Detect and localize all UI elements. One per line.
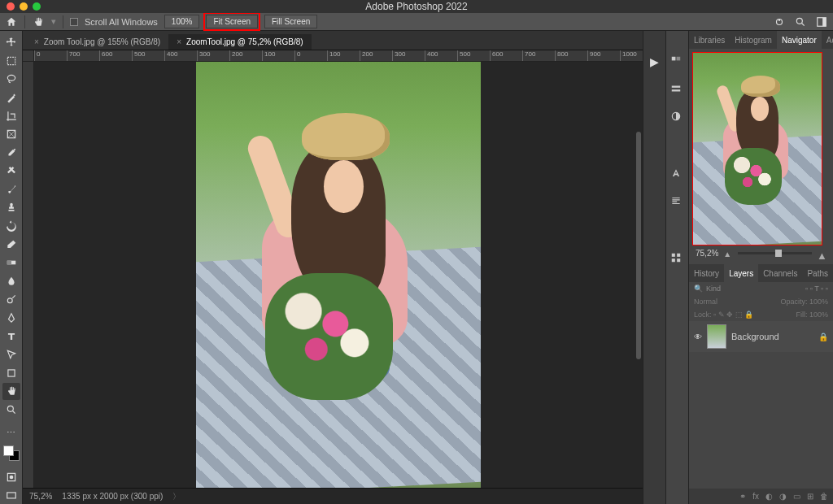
cloud-icon[interactable] bbox=[773, 15, 786, 28]
foreground-color-swatch[interactable] bbox=[3, 445, 14, 456]
search-icon[interactable] bbox=[794, 15, 807, 28]
close-window-button[interactable] bbox=[7, 2, 15, 11]
paths-tab[interactable]: Paths bbox=[802, 264, 833, 282]
workspace-icon[interactable] bbox=[815, 15, 828, 28]
layers-tabs: History Layers Channels Paths bbox=[689, 264, 833, 282]
svg-rect-19 bbox=[676, 57, 680, 61]
hand-tool-icon[interactable] bbox=[2, 383, 20, 400]
fill-field[interactable]: 100% bbox=[809, 311, 828, 319]
color-swatches[interactable] bbox=[3, 445, 20, 461]
frame-tool-icon[interactable] bbox=[2, 126, 20, 143]
scroll-all-checkbox[interactable] bbox=[70, 18, 78, 26]
paragraph-panel-icon[interactable] bbox=[670, 195, 685, 210]
close-tab-icon[interactable]: × bbox=[34, 37, 39, 46]
layers-panel: 🔍Kind ▫ ▫ T ▫ ▫ Normal Opacity: 100% Loc… bbox=[689, 282, 833, 504]
blur-tool-icon[interactable] bbox=[2, 273, 20, 290]
gradient-tool-icon[interactable] bbox=[2, 254, 20, 272]
document-image[interactable] bbox=[196, 62, 481, 488]
pen-tool-icon[interactable] bbox=[2, 310, 20, 327]
close-tab-icon[interactable]: × bbox=[177, 37, 181, 46]
adjustments-panel-icon[interactable] bbox=[670, 111, 685, 125]
vertical-scrollbar[interactable] bbox=[636, 132, 641, 359]
mask-icon[interactable]: ◐ bbox=[765, 492, 773, 501]
zoom-100-button[interactable]: 100% bbox=[164, 15, 200, 28]
svg-rect-11 bbox=[7, 261, 11, 265]
ruler-origin[interactable] bbox=[23, 50, 34, 62]
link-layers-icon[interactable]: ⚭ bbox=[739, 492, 746, 501]
zoom-slider[interactable] bbox=[738, 252, 812, 254]
nav-zoom-readout[interactable]: 75,2% bbox=[696, 249, 718, 258]
adjustments-tab[interactable]: Adjustm bbox=[822, 31, 833, 49]
healing-tool-icon[interactable] bbox=[2, 163, 20, 180]
navigator-thumbnail[interactable] bbox=[692, 52, 822, 245]
shape-tool-icon[interactable] bbox=[2, 364, 20, 381]
character-panel-icon[interactable] bbox=[670, 167, 685, 182]
group-icon[interactable]: ▭ bbox=[793, 492, 800, 501]
fit-screen-button[interactable]: Fit Screen bbox=[206, 15, 258, 28]
play-icon[interactable]: ▶ bbox=[650, 55, 659, 68]
zoom-tool-icon[interactable] bbox=[2, 402, 20, 419]
svg-point-16 bbox=[9, 476, 13, 480]
marquee-tool-icon[interactable] bbox=[2, 53, 20, 70]
crop-tool-icon[interactable] bbox=[2, 107, 20, 124]
layer-name[interactable]: Background bbox=[731, 332, 779, 341]
document-tab-1[interactable]: × Zoom Tool.jpg @ 155% (RGB/8) bbox=[26, 34, 168, 50]
zoom-in-icon[interactable]: ▲ bbox=[817, 250, 826, 258]
doc-info[interactable]: 1335 px x 2000 px (300 ppi) bbox=[62, 492, 163, 501]
fx-icon[interactable]: fx bbox=[752, 492, 759, 501]
eyedropper-tool-icon[interactable] bbox=[2, 144, 20, 161]
filter-kind-label[interactable]: Kind bbox=[706, 285, 721, 293]
adjustment-layer-icon[interactable]: ◑ bbox=[779, 492, 787, 501]
lock-icon[interactable]: 🔒 bbox=[818, 332, 828, 341]
vertical-ruler[interactable] bbox=[23, 62, 34, 488]
blend-mode-select[interactable]: Normal bbox=[694, 298, 717, 306]
svg-rect-20 bbox=[671, 86, 680, 88]
canvas-area[interactable]: 0700600500400300200100010020030040050060… bbox=[23, 50, 643, 488]
maximize-window-button[interactable] bbox=[33, 2, 41, 11]
edit-toolbar-icon[interactable]: ⋯ bbox=[2, 424, 20, 441]
document-tab-2[interactable]: × ZoomTool.jpg @ 75,2% (RGB/8) bbox=[168, 34, 311, 50]
histogram-tab[interactable]: Histogram bbox=[730, 31, 777, 49]
lasso-tool-icon[interactable] bbox=[2, 71, 20, 88]
stamp-tool-icon[interactable] bbox=[2, 199, 20, 216]
history-tab[interactable]: History bbox=[689, 264, 724, 282]
new-layer-icon[interactable]: ⊞ bbox=[807, 492, 813, 501]
dodge-tool-icon[interactable] bbox=[2, 291, 20, 308]
brush-tool-icon[interactable] bbox=[2, 181, 20, 198]
color-panel-icon[interactable] bbox=[670, 55, 685, 70]
hand-tool-icon[interactable] bbox=[32, 15, 45, 28]
eraser-tool-icon[interactable] bbox=[2, 236, 20, 253]
tab-label: ZoomTool.jpg @ 75,2% (RGB/8) bbox=[186, 37, 303, 46]
zoom-readout[interactable]: 75,2% bbox=[29, 492, 52, 501]
layer-thumbnail[interactable] bbox=[707, 324, 726, 349]
move-tool-icon[interactable] bbox=[2, 34, 20, 51]
history-brush-icon[interactable] bbox=[2, 218, 20, 235]
type-tool-icon[interactable] bbox=[2, 328, 20, 345]
layer-row[interactable]: 👁 Background 🔒 bbox=[689, 321, 833, 352]
window-titlebar: Adobe Photoshop 2022 bbox=[0, 0, 833, 13]
screenmode-icon[interactable] bbox=[2, 487, 20, 504]
layers-footer: ⚭ fx ◐ ◑ ▭ ⊞ 🗑 bbox=[689, 489, 833, 504]
info-arrow-icon[interactable]: 〉 bbox=[172, 491, 181, 502]
visibility-toggle-icon[interactable]: 👁 bbox=[694, 332, 702, 341]
home-icon[interactable] bbox=[5, 15, 18, 28]
libraries-tab[interactable]: Libraries bbox=[689, 31, 730, 49]
delete-layer-icon[interactable]: 🗑 bbox=[820, 492, 828, 501]
status-bar: 75,2% 1335 px x 2000 px (300 ppi) 〉 bbox=[23, 488, 643, 504]
minimize-window-button[interactable] bbox=[20, 2, 28, 11]
grid-panel-icon[interactable] bbox=[670, 252, 685, 267]
wand-tool-icon[interactable] bbox=[2, 89, 20, 106]
channels-tab[interactable]: Channels bbox=[758, 264, 802, 282]
fill-screen-button[interactable]: Fill Screen bbox=[264, 15, 317, 28]
toolbox: ⋯ bbox=[0, 31, 23, 504]
horizontal-ruler[interactable]: 0700600500400300200100010020030040050060… bbox=[34, 50, 643, 62]
document-tabs: × Zoom Tool.jpg @ 155% (RGB/8) × ZoomToo… bbox=[23, 31, 643, 50]
swatches-panel-icon[interactable] bbox=[670, 83, 685, 98]
opacity-field[interactable]: 100% bbox=[809, 298, 828, 306]
path-tool-icon[interactable] bbox=[2, 346, 20, 363]
layers-tab[interactable]: Layers bbox=[724, 264, 758, 282]
navigator-tabs: Libraries Histogram Navigator Adjustm bbox=[689, 31, 833, 49]
zoom-out-icon[interactable]: ▲ bbox=[723, 250, 733, 258]
quickmask-icon[interactable] bbox=[2, 469, 20, 486]
navigator-tab[interactable]: Navigator bbox=[777, 31, 822, 49]
